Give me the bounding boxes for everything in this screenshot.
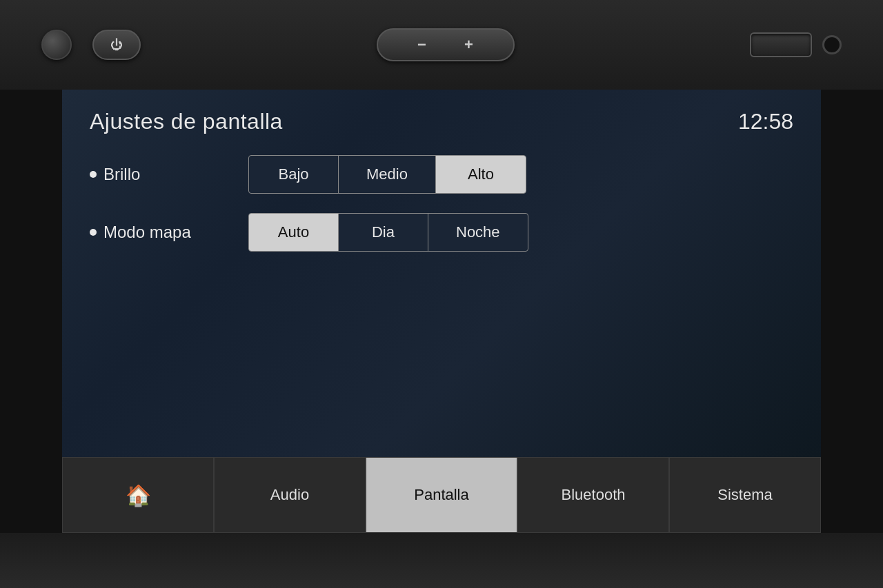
modo-mapa-row: Modo mapa Auto Dia Noche	[90, 213, 793, 252]
brillo-medio-button[interactable]: Medio	[339, 156, 436, 193]
brillo-bajo-button[interactable]: Bajo	[249, 156, 339, 193]
page-title: Ajustes de pantalla	[90, 109, 283, 134]
modo-mapa-dot	[90, 229, 97, 236]
plus-icon: +	[464, 36, 473, 54]
hardware-center-controls: − +	[377, 28, 515, 61]
brillo-btn-group: Bajo Medio Alto	[248, 155, 526, 194]
hardware-left-controls: ⏻	[41, 30, 141, 60]
clock-display: 12:58	[738, 109, 793, 134]
nav-pantalla-label: Pantalla	[414, 486, 469, 504]
brillo-label-container: Brillo	[90, 165, 228, 184]
usb-slot	[750, 32, 812, 57]
brillo-dot	[90, 171, 97, 178]
hardware-top-bar: ⏻ − +	[0, 0, 883, 90]
volume-control[interactable]: − +	[377, 28, 515, 61]
power-button[interactable]: ⏻	[92, 30, 141, 60]
brillo-alto-button[interactable]: Alto	[436, 156, 526, 193]
nav-bluetooth[interactable]: Bluetooth	[517, 457, 669, 533]
modo-noche-button[interactable]: Noche	[428, 214, 528, 251]
modo-dia-button[interactable]: Dia	[339, 214, 428, 251]
screen-header: Ajustes de pantalla 12:58	[62, 90, 821, 148]
nav-bluetooth-label: Bluetooth	[562, 486, 626, 504]
brillo-row: Brillo Bajo Medio Alto	[90, 155, 793, 194]
nav-audio[interactable]: Audio	[214, 457, 366, 533]
hardware-right-controls	[750, 32, 842, 57]
nav-home[interactable]: 🏠	[62, 457, 214, 533]
minus-icon: −	[417, 36, 426, 54]
power-icon: ⏻	[110, 38, 123, 52]
left-knob[interactable]	[41, 30, 72, 60]
home-icon: 🏠	[126, 483, 151, 507]
nav-pantalla[interactable]: Pantalla	[366, 457, 517, 533]
hardware-bottom-bar	[0, 533, 883, 588]
bottom-nav: 🏠 Audio Pantalla Bluetooth Sistema	[62, 457, 821, 533]
modo-mapa-label: Modo mapa	[103, 223, 191, 242]
brillo-label: Brillo	[103, 165, 140, 184]
modo-mapa-label-container: Modo mapa	[90, 223, 228, 242]
screen: Ajustes de pantalla 12:58 Brillo Bajo Me…	[62, 90, 821, 457]
nav-sistema[interactable]: Sistema	[669, 457, 821, 533]
audio-jack	[822, 35, 842, 54]
settings-content: Brillo Bajo Medio Alto Modo mapa Auto Di…	[62, 148, 821, 457]
nav-audio-label: Audio	[270, 486, 309, 504]
modo-auto-button[interactable]: Auto	[249, 214, 339, 251]
device-frame: ⏻ − + Ajustes de pantalla 12:58	[0, 0, 883, 588]
modo-mapa-btn-group: Auto Dia Noche	[248, 213, 528, 252]
nav-sistema-label: Sistema	[717, 486, 772, 504]
